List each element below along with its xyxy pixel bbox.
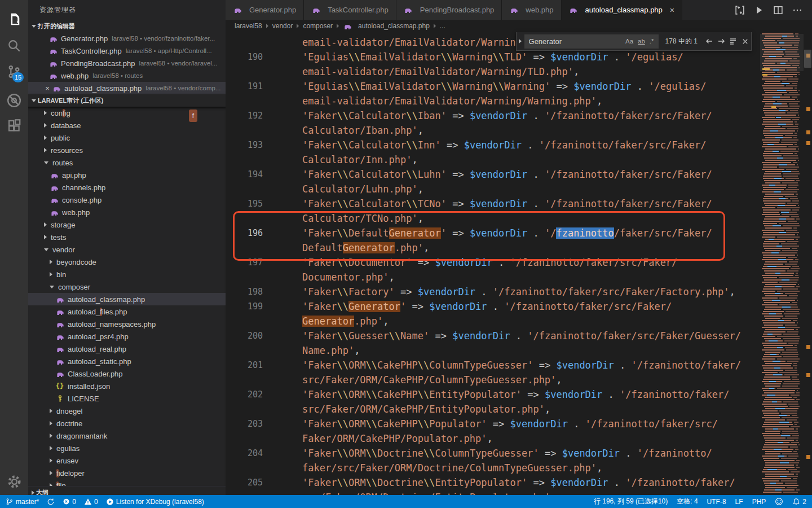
- tree-folder-item[interactable]: public: [28, 132, 226, 144]
- breadcrumb-item[interactable]: composer: [303, 22, 333, 30]
- tab-PendingBroadcast.php[interactable]: PendingBroadcast.php: [396, 0, 502, 20]
- breadcrumb-item[interactable]: autoload_classmap.php: [343, 21, 430, 30]
- code-line[interactable]: email-validator/EmailValidator/Warning/W…: [226, 94, 812, 108]
- extensions-icon[interactable]: [0, 113, 28, 139]
- code-line[interactable]: Calculator/Iban.php',: [226, 123, 812, 138]
- open-editor-item[interactable]: PendingBroadcast.phplaravel58 • vendor/l…: [28, 57, 226, 69]
- tree-folder-item[interactable]: storage: [28, 218, 226, 231]
- code-line[interactable]: 192'Faker\\Calculator\\Iban' => $vendorD…: [226, 108, 812, 123]
- code-line[interactable]: 193'Faker\\Calculator\\Inn' => $vendorDi…: [226, 138, 812, 152]
- search-icon[interactable]: [0, 33, 28, 59]
- workspace-header[interactable]: LARAVEL审计 (工作区): [28, 94, 226, 107]
- tree-folder-item[interactable]: dnoegel: [28, 405, 226, 417]
- code-line[interactable]: 200'Faker\\Guesser\\Name' => $vendorDir …: [226, 329, 812, 343]
- eol[interactable]: LF: [735, 498, 743, 506]
- toggle-replace-icon[interactable]: [517, 32, 524, 50]
- tree-folder-item[interactable]: routes: [28, 156, 226, 169]
- split-editor-icon[interactable]: [771, 3, 785, 17]
- tree-file-item[interactable]: autoload_static.php: [28, 355, 226, 367]
- tree-file-item[interactable]: autoload_real.php: [28, 343, 226, 355]
- tree-folder-item[interactable]: vendor: [28, 243, 226, 256]
- tree-file-item[interactable]: console.php: [28, 194, 226, 206]
- code-line[interactable]: email-validator/EmailValidator/Warning/T…: [226, 64, 812, 79]
- find-input[interactable]: [529, 37, 623, 46]
- tree-file-item[interactable]: {}installed.json: [28, 380, 226, 392]
- code-line[interactable]: 204'Faker\\ORM\\Doctrine\\ColumnTypeGues…: [226, 446, 812, 461]
- outline-header[interactable]: 大纲: [28, 486, 226, 495]
- breadcrumb-item[interactable]: ...: [440, 22, 445, 30]
- tree-file-item[interactable]: api.php: [28, 169, 226, 181]
- open-changes-icon[interactable]: [733, 3, 747, 17]
- tree-folder-item[interactable]: fideloper: [28, 467, 226, 479]
- code-line[interactable]: 203'Faker\\ORM\\CakePHP\\Populator' => $…: [226, 417, 812, 431]
- debug-icon[interactable]: [0, 87, 28, 113]
- xdebug-item[interactable]: Listen for XDebug (laravel58): [106, 498, 204, 506]
- breadcrumb-item[interactable]: vendor: [272, 22, 293, 30]
- code-line[interactable]: Generator.php',: [226, 314, 812, 329]
- code-line[interactable]: Faker/ORM/CakePHP/Populator.php',: [226, 431, 812, 446]
- close-icon[interactable]: ×: [670, 6, 674, 15]
- tree-folder-item[interactable]: erusev: [28, 454, 226, 467]
- code-line[interactable]: src/Faker/ORM/CakePHP/EntityPopulator.ph…: [226, 402, 812, 417]
- tab-autoload_classmap.php[interactable]: autoload_classmap.php×: [562, 0, 683, 20]
- close-icon[interactable]: ×: [43, 84, 52, 93]
- warnings-item[interactable]: 0: [84, 498, 98, 506]
- indentation[interactable]: 空格: 4: [677, 497, 698, 506]
- cursor-position[interactable]: 行 196, 列 59 (已选择10): [594, 497, 668, 506]
- minimap-slider[interactable]: [760, 34, 804, 71]
- language-mode[interactable]: PHP: [752, 498, 766, 506]
- find-in-selection-icon[interactable]: [727, 35, 739, 47]
- notifications-bell[interactable]: 2: [792, 498, 806, 506]
- sync-item[interactable]: [47, 498, 55, 506]
- tab-TaskController.php[interactable]: TaskController.php: [304, 0, 396, 20]
- tree-folder-item[interactable]: dragonmantank: [28, 430, 226, 442]
- tree-file-item[interactable]: channels.php: [28, 181, 226, 194]
- code-line[interactable]: 197'Faker\\Documentor' => $vendorDir . '…: [226, 255, 812, 270]
- code-line[interactable]: 196'Faker\\DefaultGenerator' => $vendorD…: [226, 226, 812, 240]
- code-line[interactable]: 199'Faker\\Generator' => $vendorDir . '/…: [226, 299, 812, 314]
- code-editor[interactable]: email-validator/EmailValidator/Warnin190…: [226, 32, 812, 495]
- code-line[interactable]: 201'Faker\\ORM\\CakePHP\\ColumnTypeGuess…: [226, 358, 812, 373]
- more-actions-icon[interactable]: [791, 3, 804, 17]
- open-editor-item[interactable]: TaskController.phplaravel58 • app/Http/C…: [28, 45, 226, 57]
- encoding[interactable]: UTF-8: [707, 498, 726, 506]
- tree-file-item[interactable]: ClassLoader.php: [28, 367, 226, 380]
- code-line[interactable]: 190'Egulias\\EmailValidator\\Warning\\TL…: [226, 50, 812, 64]
- scrollbar-thumb[interactable]: [804, 50, 811, 68]
- close-find-icon[interactable]: [739, 35, 751, 47]
- code-line[interactable]: 191'Egulias\\EmailValidator\\Warning\\Wa…: [226, 79, 812, 94]
- code-line[interactable]: Documentor.php',: [226, 270, 812, 284]
- tree-folder-item[interactable]: resources: [28, 144, 226, 156]
- code-line[interactable]: 205'Faker\\ORM\\Doctrine\\EntityPopulato…: [226, 475, 812, 490]
- code-line[interactable]: Calculator/TCNo.php',: [226, 211, 812, 226]
- open-editor-item[interactable]: ×autoload_classmap.phplaravel58 • vendor…: [28, 82, 226, 94]
- breadcrumb-item[interactable]: laravel58: [235, 22, 262, 30]
- code-line[interactable]: src/Faker/ORM/CakePHP/ColumnTypeGuesser.…: [226, 373, 812, 387]
- run-icon[interactable]: [752, 3, 766, 17]
- tree-file-item[interactable]: autoload_namespaces.php: [28, 318, 226, 330]
- code-line[interactable]: 195'Faker\\Calculator\\TCNo' => $vendorD…: [226, 196, 812, 211]
- tab-web.php[interactable]: web.php: [502, 0, 561, 20]
- tree-folder-item[interactable]: doctrine: [28, 417, 226, 430]
- feedback-smiley-icon[interactable]: [775, 497, 783, 506]
- tree-folder-item[interactable]: egulias: [28, 442, 226, 454]
- tree-file-item[interactable]: LICENSE: [28, 392, 226, 405]
- code-line[interactable]: 194'Faker\\Calculator\\Luhn' => $vendorD…: [226, 167, 812, 182]
- settings-gear-icon[interactable]: [0, 468, 28, 494]
- code-line[interactable]: Calculator/Inn.php',: [226, 152, 812, 167]
- tree-file-item[interactable]: autoload_psr4.php: [28, 330, 226, 343]
- open-editor-item[interactable]: Generator.phplaravel58 • vendor/fzaninot…: [28, 32, 226, 45]
- tree-folder-item[interactable]: beyondcode: [28, 256, 226, 268]
- errors-item[interactable]: 0: [63, 498, 76, 506]
- tree-folder-item[interactable]: tests: [28, 231, 226, 243]
- open-editor-item[interactable]: web.phplaravel58 • routes: [28, 69, 226, 82]
- whole-word-icon[interactable]: ab: [636, 37, 647, 46]
- tree-file-item[interactable]: web.php: [28, 206, 226, 218]
- tree-file-item[interactable]: autoload_classmap.php: [28, 293, 226, 305]
- code-line[interactable]: Name.php',: [226, 343, 812, 358]
- regex-icon[interactable]: .*: [647, 37, 656, 46]
- code-line[interactable]: src/Faker/ORM/Doctrine/EntityPopulator.p…: [226, 490, 812, 495]
- source-control-icon[interactable]: 15: [0, 59, 28, 85]
- tab-Generator.php[interactable]: Generator.php: [226, 0, 304, 20]
- code-line[interactable]: Calculator/Luhn.php',: [226, 182, 812, 196]
